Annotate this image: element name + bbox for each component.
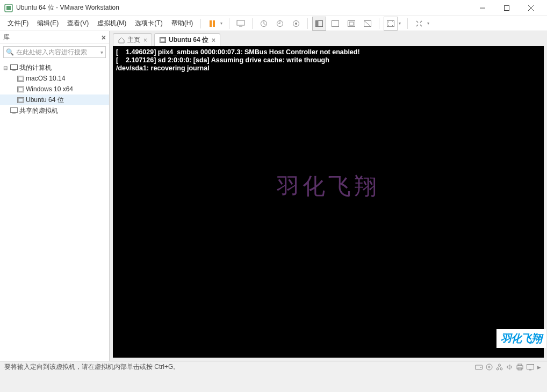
tab-close-button[interactable]: × [143, 37, 147, 44]
svg-rect-17 [348, 20, 355, 26]
snapshot-revert-button[interactable] [273, 17, 287, 31]
close-button[interactable] [519, 0, 543, 16]
svg-rect-1 [6, 6, 11, 10]
vm-icon [16, 76, 25, 82]
tab-close-button[interactable]: × [212, 37, 215, 44]
svg-rect-18 [349, 22, 354, 25]
tab-home[interactable]: 主页 × [113, 33, 152, 46]
svg-rect-8 [237, 20, 244, 25]
menu-edit[interactable]: 编辑(E) [33, 17, 63, 30]
single-view-button[interactable] [328, 17, 342, 31]
collapse-icon[interactable]: ⊟ [3, 65, 10, 71]
toolbar-separator [252, 18, 253, 29]
network-icon[interactable] [496, 364, 503, 371]
toolbar-separator [407, 18, 408, 29]
tree-label: Ubuntu 64 位 [26, 96, 64, 105]
svg-point-37 [488, 366, 490, 368]
menu-tabs[interactable]: 选项卡(T) [131, 17, 167, 30]
monitor-icon [10, 64, 18, 71]
svg-line-42 [500, 366, 502, 368]
content-area: 库 × 🔍 ▾ ⊟ 我的计算机 macOS 10.14 Windows 10 x… [0, 31, 547, 361]
console-line: [ 2.107126] sd 2:0:0:0: [sda] Assuming d… [116, 56, 329, 64]
svg-rect-6 [210, 20, 212, 27]
vm-console[interactable]: [ 1.496029] piix4_smbus 0000:00:07.3: SM… [113, 46, 544, 358]
svg-rect-33 [161, 38, 165, 42]
menu-vm[interactable]: 虚拟机(M) [93, 17, 131, 30]
shared-icon [10, 107, 18, 114]
pause-button[interactable] [205, 17, 219, 31]
svg-rect-25 [18, 77, 23, 81]
search-box[interactable]: 🔍 ▾ [3, 46, 106, 58]
svg-rect-46 [527, 364, 534, 369]
tree-item-windows[interactable]: Windows 10 x64 [0, 84, 109, 95]
menu-file[interactable]: 文件(F) [3, 17, 33, 30]
statusbar: 要将输入定向到该虚拟机，请在虚拟机内部单击或按 Ctrl+G。 ▸ [0, 361, 547, 373]
unity-button[interactable] [361, 17, 375, 31]
vm-icon [159, 37, 167, 44]
cd-icon[interactable] [486, 364, 493, 371]
vm-icon [16, 97, 25, 103]
chevron-right-icon[interactable]: ▸ [537, 363, 543, 371]
svg-point-13 [295, 23, 297, 25]
home-icon [118, 37, 125, 44]
minimize-button[interactable] [470, 0, 494, 16]
status-icons: ▸ [475, 363, 543, 371]
console-line: /dev/sda1: recovering journal [116, 64, 210, 72]
watermark-text: 羽化飞翔 [277, 171, 380, 201]
chevron-down-icon[interactable]: ▾ [427, 21, 433, 26]
tree-node-my-computer[interactable]: ⊟ 我的计算机 [0, 62, 109, 73]
chevron-down-icon[interactable]: ▾ [399, 21, 404, 26]
tree-label: Windows 10 x64 [26, 85, 73, 93]
tab-label: Ubuntu 64 位 [169, 35, 208, 45]
svg-rect-21 [387, 20, 394, 26]
sound-icon[interactable] [506, 364, 513, 371]
tab-ubuntu[interactable]: Ubuntu 64 位 × [154, 33, 220, 46]
harddisk-icon[interactable] [475, 364, 483, 371]
tree-item-macos[interactable]: macOS 10.14 [0, 73, 109, 84]
send-ctrl-alt-del-button[interactable] [234, 17, 248, 31]
maximize-button[interactable] [494, 0, 519, 16]
snapshot-manager-button[interactable] [289, 17, 303, 31]
svg-rect-15 [316, 20, 319, 26]
sidebar-title: 库 [3, 33, 10, 42]
snapshot-button[interactable] [257, 17, 271, 31]
quick-switch-button[interactable] [344, 17, 358, 31]
console-line: [ 1.496029] piix4_smbus 0000:00:07.3: SM… [116, 48, 360, 56]
console-view-button[interactable] [312, 17, 326, 31]
menu-help[interactable]: 帮助(H) [167, 17, 198, 30]
printer-icon[interactable] [516, 364, 523, 371]
app-icon [4, 4, 13, 12]
window-title: Ubuntu 64 位 - VMware Workstation [16, 3, 470, 12]
svg-rect-7 [213, 20, 215, 27]
view-mode-group [311, 17, 376, 31]
toolbar: ▾ ▾ ▾ [204, 17, 433, 31]
chevron-down-icon[interactable]: ▾ [100, 49, 103, 55]
svg-point-38 [499, 364, 501, 366]
svg-rect-3 [504, 5, 509, 10]
toolbar-separator [379, 18, 379, 29]
menu-view[interactable]: 查看(V) [63, 17, 93, 30]
tree-label: 我的计算机 [19, 63, 52, 72]
svg-rect-29 [18, 98, 23, 102]
tab-label: 主页 [127, 35, 140, 45]
display-icon[interactable] [527, 364, 534, 371]
sidebar-header: 库 × [0, 31, 109, 44]
window-controls [470, 0, 543, 16]
svg-point-39 [496, 368, 499, 370]
svg-point-40 [500, 368, 502, 370]
tree-label: 共享的虚拟机 [19, 106, 58, 115]
tree-node-shared[interactable]: 共享的虚拟机 [0, 105, 109, 116]
svg-point-35 [480, 367, 481, 368]
stretch-button[interactable] [412, 17, 426, 31]
main-area: 主页 × Ubuntu 64 位 × [ 1.496029] piix4_smb… [110, 31, 547, 361]
search-input[interactable] [16, 48, 100, 56]
tree-item-ubuntu[interactable]: Ubuntu 64 位 [0, 95, 109, 105]
fullscreen-button[interactable] [384, 17, 398, 31]
chevron-down-icon[interactable]: ▾ [220, 21, 226, 26]
svg-point-36 [486, 364, 492, 370]
menu-separator [200, 19, 201, 28]
search-icon: 🔍 [6, 48, 14, 56]
toolbar-separator [307, 18, 308, 29]
sidebar-close-button[interactable]: × [102, 33, 106, 42]
svg-rect-44 [518, 364, 522, 366]
